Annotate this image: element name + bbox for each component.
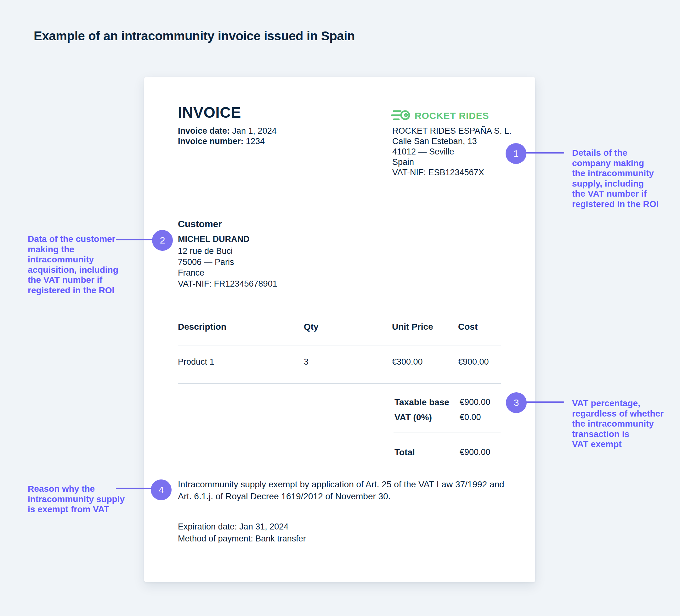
page-title: Example of an intracommunity invoice iss… (34, 29, 355, 43)
table-header-cost: Cost (458, 322, 478, 332)
payment-terms: Expiration date: Jan 31, 2024 Method of … (178, 521, 306, 545)
callout-3-text: VAT percentage, regardless of whether th… (572, 398, 680, 449)
table-header-qty: Qty (304, 322, 319, 332)
company-address-lines: Calle San Esteban, 13 41012 — Seville Sp… (392, 136, 512, 178)
table-cell-unit-price: €300.00 (392, 357, 423, 367)
vat-label: VAT (0%) (394, 412, 432, 422)
callout-1-connector-line (526, 152, 564, 153)
callout-4-badge: 4 (151, 479, 172, 500)
logo-wordmark: ROCKET RIDES (415, 111, 489, 121)
callout-2-badge: 2 (152, 230, 173, 251)
table-divider-bottom (178, 383, 501, 384)
invoice-date-label: Invoice date: (178, 126, 230, 136)
table-header-unit-price: Unit Price (392, 322, 433, 332)
total-value: €900.00 (460, 447, 490, 457)
taxable-base-value: €900.00 (460, 397, 490, 407)
company-address-block: ROCKET RIDES ESPAÑA S. L. Calle San Este… (392, 126, 512, 178)
invoice-number-label: Invoice number: (178, 137, 244, 146)
vat-exemption-note: Intracommunity supply exempt by applicat… (178, 478, 504, 502)
callout-2-text: Data of the customer making the intracom… (28, 234, 138, 295)
invoice-meta: Invoice date: Jan 1, 2024 Invoice number… (178, 126, 277, 147)
table-cell-description: Product 1 (178, 357, 215, 367)
vat-value: €0.00 (460, 412, 481, 422)
callout-3-connector-line (526, 402, 564, 403)
taxable-base-label: Taxable base (394, 397, 449, 407)
page: Example of an intracommunity invoice iss… (0, 0, 680, 616)
invoice-date-value: Jan 1, 2024 (232, 126, 277, 136)
totals-divider (394, 433, 501, 433)
total-label: Total (394, 447, 415, 458)
invoice-number-value: 1234 (246, 137, 265, 146)
invoice-number-line: Invoice number: 1234 (178, 136, 277, 147)
callout-1-text: Details of the company making the intrac… (572, 148, 680, 209)
company-name: ROCKET RIDES ESPAÑA S. L. (392, 126, 512, 136)
callout-1-badge: 1 (506, 143, 527, 164)
table-cell-qty: 3 (304, 357, 309, 367)
customer-section-heading: Customer (178, 219, 222, 229)
invoice-date-line: Invoice date: Jan 1, 2024 (178, 126, 277, 136)
customer-address-lines: 12 rue de Buci 75006 — Paris France VAT-… (178, 246, 277, 289)
invoice-card: INVOICE Invoice date: Jan 1, 2024 Invoic… (144, 77, 535, 582)
company-logo: ROCKET RIDES (391, 108, 489, 124)
invoice-heading: INVOICE (178, 104, 241, 121)
callout-4-text: Reason why the intracommunity supply is … (28, 484, 141, 515)
rocket-speed-lines-icon (391, 108, 411, 124)
table-cell-cost: €900.00 (458, 357, 489, 367)
customer-name: MICHEL DURAND (178, 234, 250, 244)
table-header-description: Description (178, 322, 226, 332)
callout-3-badge: 3 (506, 392, 527, 413)
table-divider-top (178, 345, 501, 346)
